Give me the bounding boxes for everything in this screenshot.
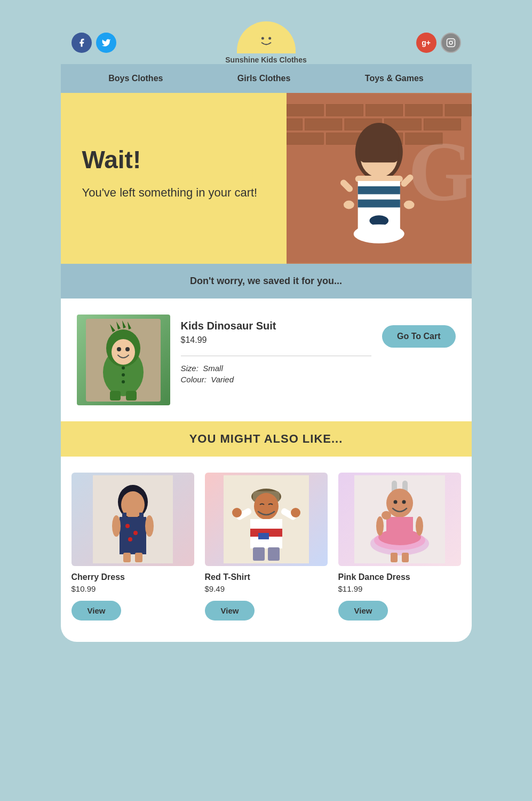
- svg-rect-63: [135, 553, 142, 562]
- nav-girls-clothes[interactable]: Girls Clothes: [237, 74, 291, 83]
- svg-rect-76: [268, 547, 280, 561]
- svg-rect-91: [402, 553, 409, 562]
- svg-point-48: [122, 380, 125, 383]
- product-image-1: [205, 473, 328, 566]
- svg-rect-11: [445, 104, 472, 116]
- svg-rect-24: [360, 136, 399, 162]
- instagram-icon[interactable]: [441, 33, 461, 53]
- svg-rect-49: [110, 391, 121, 400]
- product-price-0: $10.99: [72, 584, 194, 593]
- cart-price: $14.99: [181, 335, 372, 345]
- nav-bar: Boys Clothes Girls Clothes Toys & Games: [61, 64, 472, 93]
- view-button-2[interactable]: View: [338, 601, 388, 621]
- svg-point-4: [449, 41, 452, 44]
- logo-area: Sunshine Kids Clothes: [225, 21, 306, 64]
- svg-point-31: [354, 224, 404, 244]
- svg-rect-54: [120, 517, 146, 554]
- svg-rect-16: [287, 119, 303, 130]
- hero-wave-text: Don't worry, we saved it for you...: [61, 264, 472, 299]
- cart-divider: [181, 356, 372, 356]
- svg-point-67: [254, 493, 279, 520]
- svg-point-5: [452, 40, 454, 41]
- svg-rect-90: [391, 553, 398, 562]
- svg-point-58: [133, 531, 138, 535]
- svg-point-73: [232, 508, 242, 517]
- product-card-0: Cherry Dress $10.99 View: [72, 473, 194, 621]
- svg-point-30: [376, 217, 382, 224]
- logo-circle: [237, 21, 296, 53]
- facebook-icon[interactable]: [72, 33, 92, 53]
- product-image-0: [72, 473, 194, 566]
- googleplus-icon[interactable]: g+: [416, 33, 436, 53]
- svg-text:G: G: [408, 124, 472, 218]
- cart-product-name: Kids Dinosaur Suit: [181, 320, 372, 332]
- email-container: Sunshine Kids Clothes g+ Boys Clothes Gi…: [61, 16, 472, 785]
- social-right: g+: [416, 33, 461, 53]
- svg-point-44: [117, 347, 121, 351]
- svg-rect-12: [305, 119, 342, 130]
- svg-point-74: [291, 508, 300, 517]
- hero-subtext: You've left something in your cart!: [82, 185, 266, 201]
- svg-point-82: [402, 500, 406, 504]
- svg-rect-3: [447, 39, 455, 47]
- hero-image: G: [287, 93, 472, 264]
- svg-rect-75: [253, 547, 265, 561]
- product-price-1: $9.49: [205, 584, 328, 593]
- header: Sunshine Kids Clothes g+: [61, 16, 472, 64]
- svg-rect-28: [358, 200, 400, 208]
- svg-point-89: [382, 511, 391, 520]
- svg-point-46: [122, 366, 125, 370]
- hero-section: Wait! You've left something in your cart…: [61, 93, 472, 264]
- product-card-2: Pink Dance Dress $11.99 View: [338, 473, 461, 621]
- cart-section: Kids Dinosaur Suit $14.99 Size: Small Co…: [61, 299, 472, 421]
- also-like-title: YOU MIGHT ALSO LIKE...: [72, 432, 461, 446]
- svg-point-45: [125, 347, 130, 351]
- cart-size: Size: Small: [181, 364, 372, 373]
- twitter-icon[interactable]: [96, 33, 116, 53]
- svg-point-87: [376, 516, 384, 536]
- svg-point-34: [344, 201, 354, 209]
- svg-rect-55: [122, 513, 126, 521]
- hero-headline: Wait!: [82, 145, 266, 174]
- product-name-2: Pink Dance Dress: [338, 572, 461, 582]
- social-left: [72, 33, 116, 53]
- svg-rect-8: [326, 104, 363, 116]
- hero-text-area: Wait! You've left something in your cart…: [61, 93, 287, 264]
- cart-product-image: [77, 315, 170, 405]
- cart-button-area: Go To Cart: [382, 315, 455, 348]
- cart-colour: Colour: Varied: [181, 375, 372, 384]
- product-price-2: $11.99: [338, 584, 461, 593]
- svg-rect-50: [126, 391, 137, 400]
- nav-boys-clothes[interactable]: Boys Clothes: [108, 74, 163, 83]
- svg-rect-10: [406, 104, 442, 116]
- svg-rect-62: [123, 553, 131, 562]
- view-button-1[interactable]: View: [205, 601, 255, 621]
- svg-rect-17: [287, 133, 323, 145]
- products-section: Cherry Dress $10.99 View: [61, 457, 472, 642]
- svg-rect-7: [287, 104, 323, 116]
- product-card-1: Red T-Shirt $9.49 View: [205, 473, 328, 621]
- product-image-2: [338, 473, 461, 566]
- svg-point-2: [268, 37, 271, 40]
- svg-point-59: [128, 537, 132, 541]
- svg-rect-9: [366, 104, 403, 116]
- svg-rect-27: [358, 186, 400, 194]
- svg-point-47: [122, 373, 125, 376]
- svg-point-57: [125, 524, 130, 528]
- products-grid: Cherry Dress $10.99 View: [72, 473, 461, 621]
- product-name-0: Cherry Dress: [72, 572, 194, 582]
- svg-point-81: [393, 500, 397, 504]
- svg-point-60: [112, 515, 121, 537]
- svg-point-88: [416, 516, 423, 536]
- svg-rect-56: [139, 513, 144, 521]
- go-to-cart-button[interactable]: Go To Cart: [382, 325, 455, 348]
- view-button-0[interactable]: View: [72, 601, 122, 621]
- svg-point-86: [378, 529, 421, 545]
- brand-name: Sunshine Kids Clothes: [225, 56, 306, 64]
- svg-point-61: [145, 515, 154, 537]
- svg-point-0: [253, 29, 279, 51]
- product-name-1: Red T-Shirt: [205, 572, 328, 582]
- svg-rect-70: [258, 533, 269, 539]
- nav-toys-games[interactable]: Toys & Games: [365, 74, 424, 83]
- svg-point-43: [112, 339, 135, 365]
